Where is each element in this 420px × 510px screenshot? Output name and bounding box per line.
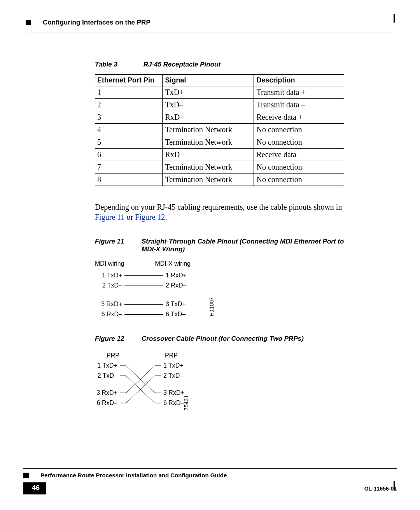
header-marker-icon <box>26 20 31 25</box>
figure12-number: Figure 12 <box>95 335 142 343</box>
page-header: Configuring Interfaces on the PRP <box>26 19 393 34</box>
fig11-left-head: MDI wiring <box>95 260 153 267</box>
figure12-title: Crossover Cable Pinout (for Connecting T… <box>142 335 304 343</box>
fig11-row: 6 RxD– 6 TxD– <box>95 309 223 319</box>
figure11-title: Straight-Through Cable Pinout (Connectin… <box>142 238 348 253</box>
table-row: 3 RxD+ Receive data + <box>95 111 344 124</box>
page-footer: Performance Route Processor Installation… <box>23 468 397 494</box>
fig11-drawing-id: H11007 <box>208 297 215 316</box>
link-figure12[interactable]: Figure 12 <box>135 213 165 221</box>
header-rule <box>26 33 393 33</box>
th-signal: Signal <box>163 74 254 86</box>
svg-text:2 TxD–: 2 TxD– <box>98 372 117 379</box>
wire-line-icon <box>124 286 163 286</box>
page-edge-marker-icon <box>394 14 395 23</box>
fig11-row: 3 RxD+ 3 TxD+ <box>95 299 223 309</box>
figure11-caption: Figure 11 Straight-Through Cable Pinout … <box>95 238 348 253</box>
table-row: 7 Termination Network No connection <box>95 161 344 174</box>
svg-text:2 TxD–: 2 TxD– <box>163 372 183 379</box>
svg-text:3 RxD+: 3 RxD+ <box>96 389 117 396</box>
fig11-right-head: MDI-X wiring <box>155 260 213 267</box>
fig11-row: 2 TxD– 2 RxD– <box>95 280 223 291</box>
table3-caption: Table 3 RJ-45 Receptacle Pinout <box>95 61 348 68</box>
table-row: 8 Termination Network No connection <box>95 174 344 186</box>
section-title: Configuring Interfaces on the PRP <box>43 19 150 26</box>
th-pin: Ethernet Port Pin <box>95 74 163 86</box>
figure12-caption: Figure 12 Crossover Cable Pinout (for Co… <box>95 335 348 343</box>
fig12-right-head: PRP <box>165 352 178 359</box>
table-row: 2 TxD– Transmit data – <box>95 99 344 111</box>
svg-text:1 TxD+: 1 TxD+ <box>97 362 117 369</box>
svg-text:6 RxD–: 6 RxD– <box>163 400 184 406</box>
table-row: 4 Termination Network No connection <box>95 124 344 136</box>
table-row: 6 RxD– Receive data – <box>95 149 344 161</box>
body-paragraph: Depending on your RJ-45 cabling requirem… <box>95 202 348 222</box>
guide-title: Performance Route Processor Installation… <box>40 472 227 478</box>
fig11-row: 1 TxD+ 1 RxD+ <box>95 270 223 280</box>
table3-title: RJ-45 Receptacle Pinout <box>144 61 220 68</box>
footer-marker-icon <box>23 473 29 478</box>
link-figure11[interactable]: Figure 11 <box>95 213 124 221</box>
wire-line-icon <box>124 275 163 276</box>
wire-line-icon <box>124 314 163 315</box>
figure12-diagram: PRP PRP 1 TxD+ 2 TxD– 3 RxD+ 6 RxD– 1 Tx… <box>95 350 227 416</box>
page-edge-marker-icon <box>394 481 395 490</box>
fig12-drawing-id: 75431 <box>183 395 189 410</box>
figure11-number: Figure 11 <box>95 238 142 253</box>
table-row: 1 TxD+ Transmit data + <box>95 86 344 99</box>
rj45-pinout-table: Ethernet Port Pin Signal Description 1 T… <box>95 74 344 186</box>
document-id: OL-11656-01 <box>364 485 397 492</box>
figure11-diagram: MDI wiring MDI-X wiring 1 TxD+ 1 RxD+ 2 … <box>95 260 223 319</box>
page-number-badge: 46 <box>23 482 46 494</box>
svg-text:6 RxD–: 6 RxD– <box>97 400 117 406</box>
crossover-svg-icon: PRP PRP 1 TxD+ 2 TxD– 3 RxD+ 6 RxD– 1 Tx… <box>95 352 219 414</box>
svg-text:3 RxD+: 3 RxD+ <box>163 389 184 396</box>
table3-number: Table 3 <box>95 61 142 68</box>
table-row: 5 Termination Network No connection <box>95 136 344 149</box>
svg-text:1 TxD+: 1 TxD+ <box>163 362 184 369</box>
fig12-left-head: PRP <box>107 352 119 359</box>
wire-line-icon <box>124 304 163 305</box>
th-desc: Description <box>254 74 344 86</box>
footer-rule <box>23 468 397 469</box>
